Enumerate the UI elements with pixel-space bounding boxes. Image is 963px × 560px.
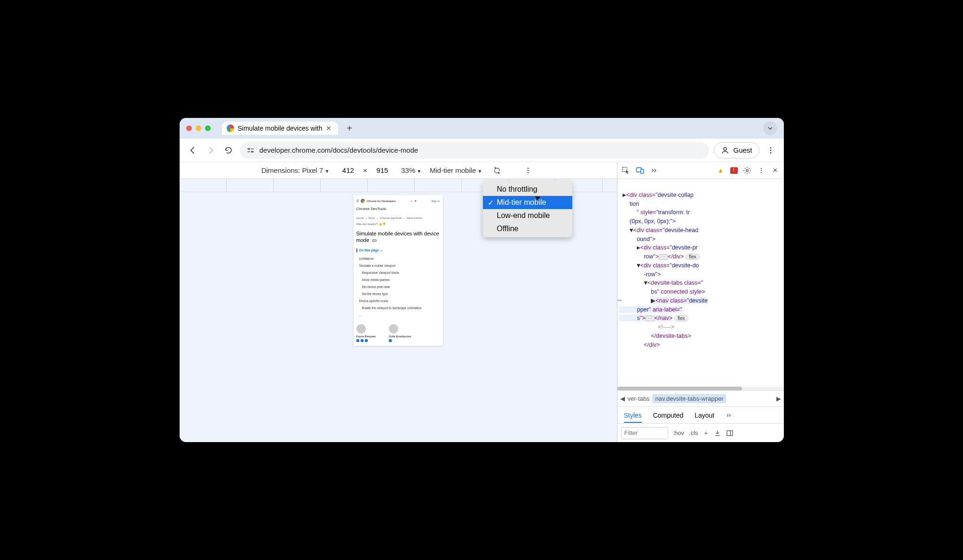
styles-tabbar: Styles Computed Layout	[617, 406, 784, 423]
tab-computed[interactable]: Computed	[653, 412, 684, 419]
close-devtools-button[interactable]: ✕	[771, 166, 780, 175]
settings-button[interactable]	[742, 166, 752, 175]
crumb-scroll-left[interactable]: ◀	[620, 395, 625, 402]
throttle-menu: No throttling Mid-tier mobile Low-end mo…	[483, 181, 572, 237]
errors-badge[interactable]: !	[730, 167, 738, 174]
devtools-panel: ▲ ! ✕ ▶<div class="devsite-collap tion "…	[617, 162, 784, 442]
tabs-overflow-button[interactable]	[649, 166, 659, 175]
svg-rect-18	[727, 430, 733, 436]
toc-header[interactable]: On this page ⌄	[356, 249, 440, 252]
content-area: Dimensions: Pixel 7▼ × 33%▼ Mid-tier mob…	[180, 162, 784, 442]
arrow-down-bar-icon	[714, 429, 721, 437]
toc-item[interactable]: Limitations	[356, 255, 440, 262]
maximize-window-button[interactable]	[205, 125, 211, 131]
horizontal-scrollbar[interactable]	[617, 387, 784, 390]
dimension-inputs: ×	[338, 166, 393, 174]
styles-filter-input[interactable]	[621, 427, 668, 439]
throttle-dropdown[interactable]: Mid-tier mobile▼	[430, 166, 482, 174]
hamburger-icon[interactable]: ☰	[356, 199, 359, 202]
tab-styles[interactable]: Styles	[624, 412, 642, 423]
svg-point-8	[528, 168, 529, 169]
toc-item[interactable]: Device-specific mode	[356, 297, 440, 304]
toc-item[interactable]: Rotate the viewport to landscape orienta…	[356, 304, 440, 311]
dom-breadcrumb[interactable]: ◀ ver-tabs nav.devsite-tabs-wrapper ▶	[617, 390, 784, 406]
new-tab-button[interactable]: +	[347, 123, 352, 134]
toc-item[interactable]: Simulate a mobile viewport	[356, 262, 440, 269]
gear-icon	[743, 166, 751, 175]
svg-point-14	[746, 169, 748, 171]
person-icon	[721, 146, 729, 155]
dimensions-dropdown[interactable]: Dimensions: Pixel 7▼	[261, 166, 330, 174]
device-mode-viewport: Dimensions: Pixel 7▼ × 33%▼ Mid-tier mob…	[180, 162, 617, 442]
height-input[interactable]	[372, 166, 393, 174]
avatar	[389, 324, 398, 334]
crumb-item-selected[interactable]: nav.devsite-tabs-wrapper	[652, 394, 726, 403]
toc-item[interactable]: Responsive Viewport Mode	[356, 269, 440, 276]
close-window-button[interactable]	[186, 125, 192, 131]
author: Sofia Emelianova	[389, 324, 411, 342]
profile-button[interactable]: Guest	[714, 142, 759, 158]
crumb-scroll-right[interactable]: ▶	[776, 395, 781, 402]
inspect-button[interactable]	[621, 166, 631, 175]
toggle-sidebar-button[interactable]	[726, 429, 734, 437]
hov-toggle[interactable]: :hov	[673, 429, 685, 436]
crumb-item[interactable]: ver-tabs	[628, 395, 650, 402]
cls-toggle[interactable]: .cls	[689, 429, 698, 436]
warnings-badge[interactable]: ▲	[716, 166, 726, 175]
address-bar[interactable]: developer.chrome.com/docs/devtools/devic…	[240, 142, 710, 159]
toc-item[interactable]: Set device pixel ratio	[356, 283, 440, 290]
avatar	[356, 324, 366, 334]
new-style-rule-button[interactable]: ＋	[703, 429, 709, 437]
reload-button[interactable]	[222, 144, 235, 157]
minimize-window-button[interactable]	[196, 125, 201, 131]
svg-point-10	[528, 172, 529, 173]
reload-icon	[224, 146, 233, 155]
sim-header: ☰ Chrome for Developers ⌕ ☀ Sign in	[356, 199, 440, 203]
svg-rect-13	[640, 169, 643, 173]
toc-item[interactable]: Set the device type	[356, 290, 440, 297]
sim-brand: Chrome for Developers	[367, 200, 396, 202]
chevron-down-icon: ▼	[324, 169, 329, 174]
kebab-icon	[766, 146, 775, 155]
simulated-page: ☰ Chrome for Developers ⌕ ☀ Sign in Chro…	[354, 195, 443, 346]
device-toolbar: Dimensions: Pixel 7▼ × 33%▼ Mid-tier mob…	[180, 162, 617, 179]
search-icon[interactable]: ⌕	[410, 200, 412, 202]
tab-overflow-button[interactable]	[763, 121, 777, 135]
aside-dots: •••	[617, 296, 622, 304]
svg-point-9	[528, 170, 529, 171]
svg-point-4	[724, 148, 726, 150]
width-input[interactable]	[338, 166, 358, 174]
device-toolbar-menu[interactable]	[521, 164, 535, 177]
throttle-option-midtier[interactable]: Mid-tier mobile	[483, 196, 572, 209]
svg-point-15	[760, 168, 761, 169]
rotate-icon	[492, 166, 502, 175]
back-button[interactable]	[186, 144, 199, 157]
sign-in-link[interactable]: Sign in	[431, 200, 440, 202]
throttle-option-offline[interactable]: Offline	[483, 222, 572, 235]
site-settings-icon	[246, 146, 255, 155]
authors: Kayce Basques Sofia Emelianova	[356, 324, 440, 342]
tab-layout[interactable]: Layout	[695, 412, 714, 419]
devtools-menu-button[interactable]	[757, 166, 766, 175]
throttle-option-none[interactable]: No throttling	[483, 183, 572, 196]
theme-icon[interactable]: ☀	[414, 199, 417, 202]
helpful-row: Was this helpful? 👍 👎	[356, 222, 440, 226]
forward-button[interactable]	[204, 144, 217, 157]
svg-point-6	[770, 149, 771, 151]
toggle-device-button[interactable]	[635, 166, 645, 175]
arrow-right-icon	[206, 146, 215, 155]
zoom-dropdown[interactable]: 33%▼	[401, 166, 421, 174]
tabs-overflow-button[interactable]	[726, 412, 732, 419]
elements-tree[interactable]: ▶<div class="devsite-collap tion " style…	[617, 179, 784, 387]
author: Kayce Basques	[356, 324, 376, 342]
browser-menu-button[interactable]	[764, 144, 777, 157]
rotate-button[interactable]	[490, 164, 504, 177]
toc-item[interactable]: Show media queries	[356, 276, 440, 283]
url-text: developer.chrome.com/docs/devtools/devic…	[260, 146, 418, 154]
close-tab-button[interactable]: ✕	[326, 124, 333, 132]
kebab-icon	[524, 167, 532, 174]
throttle-option-lowend[interactable]: Low-end mobile	[483, 209, 572, 222]
browser-tab[interactable]: Simulate mobile devices with ✕	[222, 122, 339, 135]
titlebar: Simulate mobile devices with ✕ +	[180, 118, 784, 139]
computed-styles-button[interactable]	[714, 429, 721, 437]
